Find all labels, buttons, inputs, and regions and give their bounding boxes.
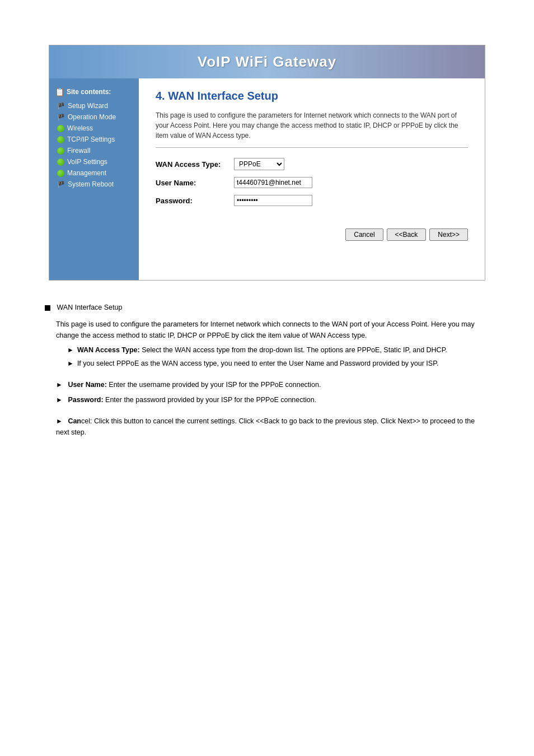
cancel-button[interactable]: Cancel xyxy=(345,228,383,241)
arrow-bullet-1: ► WAN Access Type: Select the WAN access… xyxy=(67,344,489,356)
arrow-icon-5: ► xyxy=(56,417,63,425)
sidebar-label-tcpip: TCP/IP Settings xyxy=(67,136,115,143)
page-header-title: VoIP WiFi Gateway xyxy=(60,53,474,71)
body-area: 📋 Site contents: 🏴 Setup Wizard 🏴 Operat… xyxy=(49,78,485,280)
arrow-text-can: Cancel: Click this button to cancel the … xyxy=(56,417,475,436)
sidebar-label-wireless: Wireless xyxy=(67,124,93,132)
sidebar-item-management[interactable]: Management xyxy=(55,168,133,178)
sidebar-item-wireless[interactable]: Wireless xyxy=(55,123,133,133)
below-header-text: WAN Interface Setup xyxy=(57,304,122,311)
form-row-username: User Name: xyxy=(156,177,468,188)
button-row: Cancel <<Back Next>> xyxy=(156,228,468,250)
below-section-2: ► User Name: Enter the username provided… xyxy=(56,379,489,390)
username-label: User Name: xyxy=(156,179,234,187)
arrow-text-4: Password: Enter the password provided by… xyxy=(68,396,316,404)
sidebar-title-icon: 📋 xyxy=(55,87,64,96)
sidebar-label-reboot: System Reboot xyxy=(68,180,114,188)
sidebar-label-voip: VoIP Settings xyxy=(67,158,107,166)
sidebar-item-setup-wizard[interactable]: 🏴 Setup Wizard xyxy=(55,101,133,111)
arrow-icon-4: ► xyxy=(56,396,63,404)
form-row-password: Password: xyxy=(156,195,468,206)
header-bar: VoIP WiFi Gateway xyxy=(49,45,485,78)
username-input[interactable] xyxy=(234,177,312,188)
circle-icon-tcpip xyxy=(57,136,64,143)
wan-type-label: WAN Access Type: xyxy=(156,160,234,169)
arrow-bullet-2: ► If you select PPPoE as the WAN access … xyxy=(67,358,489,369)
next-button[interactable]: Next>> xyxy=(429,228,468,241)
sidebar: 📋 Site contents: 🏴 Setup Wizard 🏴 Operat… xyxy=(49,78,139,280)
sidebar-item-tcpip[interactable]: TCP/IP Settings xyxy=(55,134,133,144)
below-section-header: WAN Interface Setup xyxy=(45,302,489,313)
arrow-text-1: WAN Access Type: Select the WAN access t… xyxy=(77,344,447,356)
below-section-can: ► Cancel: Click this button to cancel th… xyxy=(56,416,489,438)
main-content: 4. WAN Interface Setup This page is used… xyxy=(139,78,485,280)
password-label: Password: xyxy=(156,197,234,205)
sidebar-title: 📋 Site contents: xyxy=(55,87,133,96)
arrow-text-3: User Name: Enter the username provided b… xyxy=(68,381,321,389)
arrow-icon-2: ► xyxy=(67,358,74,369)
back-button[interactable]: <<Back xyxy=(387,228,427,241)
arrow-icon-1: ► xyxy=(67,345,74,356)
circle-icon-wireless xyxy=(57,125,64,132)
password-input[interactable] xyxy=(234,195,312,206)
bullet-square-icon xyxy=(45,305,50,311)
sidebar-item-voip[interactable]: VoIP Settings xyxy=(55,157,133,167)
gateway-container: VoIP WiFi Gateway 📋 Site contents: 🏴 Set… xyxy=(49,45,485,281)
flag-icon-reboot: 🏴 xyxy=(57,181,65,188)
sidebar-item-reboot[interactable]: 🏴 System Reboot xyxy=(55,179,133,189)
flag-icon-operation-mode: 🏴 xyxy=(57,114,65,121)
sidebar-title-text: Site contents: xyxy=(67,88,111,96)
wan-description-text: This page is used to configure the param… xyxy=(56,319,489,341)
below-section-3: ► Password: Enter the password provided … xyxy=(56,394,489,405)
description-text: This page is used to configure the param… xyxy=(156,110,468,141)
arrow-icon-3: ► xyxy=(56,381,63,389)
sidebar-item-firewall[interactable]: Firewall xyxy=(55,146,133,156)
wan-access-type-select[interactable]: PPPoE Static IP DHCP xyxy=(234,158,284,170)
form-row-wan-type: WAN Access Type: PPPoE Static IP DHCP xyxy=(156,158,468,170)
sidebar-item-operation-mode[interactable]: 🏴 Operation Mode xyxy=(55,112,133,122)
page-title: 4. WAN Interface Setup xyxy=(156,90,468,102)
below-content: WAN Interface Setup This page is used to… xyxy=(0,281,534,452)
circle-icon-firewall xyxy=(57,147,64,155)
arrow-text-2: If you select PPPoE as the WAN access ty… xyxy=(77,358,438,369)
flag-icon-setup-wizard: 🏴 xyxy=(57,102,65,110)
sidebar-label-management: Management xyxy=(67,169,106,177)
sidebar-label-setup-wizard: Setup Wizard xyxy=(68,102,108,110)
circle-icon-voip xyxy=(57,158,64,166)
circle-icon-management xyxy=(57,170,64,177)
divider xyxy=(156,147,468,148)
sidebar-label-firewall: Firewall xyxy=(67,147,90,155)
sidebar-label-operation-mode: Operation Mode xyxy=(68,113,116,121)
